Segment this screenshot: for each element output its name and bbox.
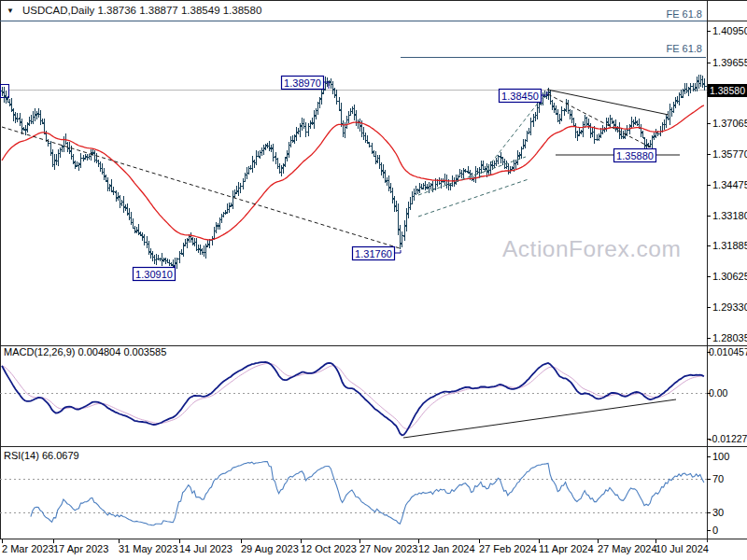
price-axis-label: 1.33180: [712, 210, 747, 221]
date-axis-label: 29 Aug 2023: [241, 543, 299, 554]
macd-trendline: [403, 399, 676, 438]
price-flag-label: 1.38970: [284, 77, 321, 89]
macd-axis-label: 0.00: [709, 387, 728, 399]
dashed-trendline: [2, 127, 400, 248]
macd-axis-label: 0.010457: [709, 346, 747, 357]
price-flag-label: 1.31760: [355, 248, 392, 259]
fe-label: FE 61.8: [666, 43, 702, 54]
macd-axis: 0.0104570.00-0.012276: [707, 346, 747, 444]
date-axis-label: 27 Nov 2023: [359, 543, 417, 554]
price-bars: [1, 75, 707, 272]
rsi-axis-label: 0: [712, 525, 718, 536]
price-flags: 1.389701.384501.358801.317601.30910: [134, 77, 656, 281]
date-axis-label: 31 May 2023: [119, 543, 178, 554]
panel-frame: [0, 0, 747, 542]
date-axis-label: 27 Feb 2024: [479, 543, 537, 554]
macd-axis-label: -0.012276: [709, 433, 747, 444]
date-axis-label: 12 Oct 2023: [301, 543, 357, 554]
macd-line: [2, 362, 704, 435]
date-axis-label: 11 Apr 2024: [539, 543, 594, 554]
price-axis-label: 1.30625: [712, 271, 747, 282]
price-axis-label: 1.37065: [712, 118, 747, 129]
rsi-axis-label: 70: [712, 473, 724, 484]
price-flag-label: 1.38450: [501, 91, 539, 102]
price-axis-label: 1.39655: [712, 57, 747, 68]
price-chart: FE 61.8FE 61.81.389701.384501.358801.317…: [0, 0, 747, 560]
price-axis-label: 1.34475: [712, 179, 747, 190]
rsi-axis-label: 30: [712, 507, 724, 518]
date-axis-label: 10 Jul 2024: [655, 543, 709, 554]
price-axis-label: 1.31885: [712, 240, 747, 251]
date-axis-label: 2 Mar 2023: [2, 543, 54, 554]
price-axis-label: 1.29330: [712, 301, 747, 313]
symbol-dropdown-icon[interactable]: ▼: [7, 7, 14, 15]
dashed-trendline: [418, 179, 529, 217]
moving-average-line: [2, 105, 704, 240]
chart-window: ActionForex.com MACD(12,26,9) 0.004804 0…: [0, 0, 747, 560]
current-price-badge: 1.38580: [708, 84, 747, 97]
price-axis-label: 1.35770: [712, 148, 747, 160]
dashed-trendline: [479, 92, 546, 178]
date-axis-label: 17 Apr 2023: [53, 543, 108, 554]
date-axis-label: 27 May 2024: [598, 543, 657, 554]
macd-signal-line: [2, 363, 704, 428]
price-axis-label: 1.40950: [712, 25, 747, 36]
rsi-axis: 10070300: [707, 451, 729, 536]
price-axis-label: 1.28035: [712, 332, 747, 343]
price-flag-label: 1.35880: [616, 150, 654, 161]
date-axis-label: 14 Jul 2023: [179, 543, 233, 554]
date-axis: 2 Mar 202317 Apr 202331 May 202314 Jul 2…: [2, 539, 709, 554]
date-axis-label: 12 Jan 2024: [418, 543, 475, 554]
price-flag-label: 1.30910: [135, 269, 173, 280]
fibonacci-extension-annotations: FE 61.8FE 61.8: [0, 8, 707, 57]
rsi-line: [31, 462, 704, 525]
rsi-axis-label: 100: [712, 451, 729, 462]
price-axis: 1.409501.396551.383601.370651.357701.344…: [707, 25, 747, 343]
fe-label: FE 61.8: [666, 8, 702, 20]
